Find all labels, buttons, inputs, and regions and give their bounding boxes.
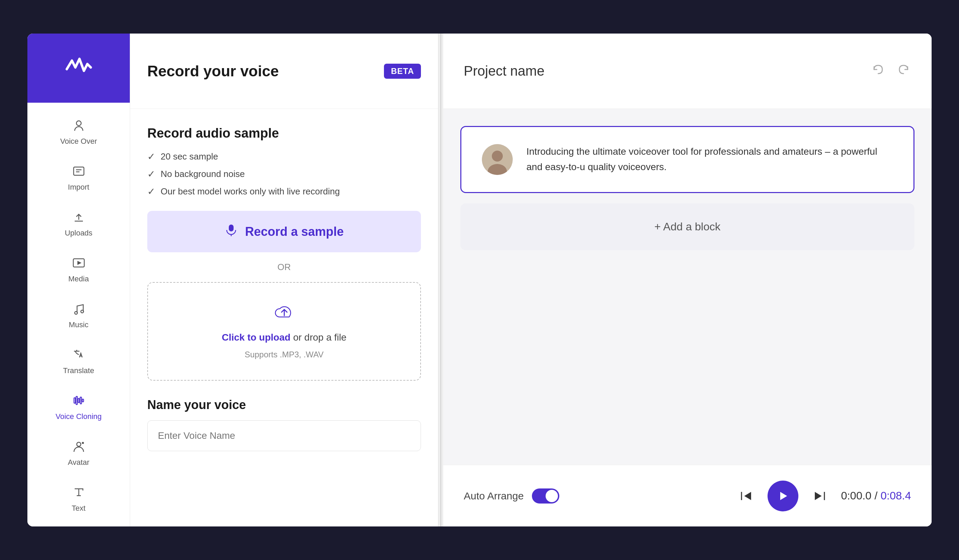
sidebar-item-music[interactable]: Music	[32, 293, 126, 336]
panel-title: Record your voice	[147, 63, 279, 80]
check-mark-2: ✓	[147, 169, 155, 180]
svg-rect-12	[82, 399, 84, 402]
uploads-icon	[70, 208, 88, 226]
voice-cloning-icon	[70, 391, 88, 409]
svg-point-0	[76, 121, 81, 126]
left-panel: Record your voice BETA Record audio samp…	[130, 33, 438, 527]
import-icon	[70, 162, 88, 180]
sidebar-item-import[interactable]: Import	[32, 155, 126, 199]
add-block-area[interactable]: + Add a block	[460, 203, 914, 250]
add-block-button[interactable]: + Add a block	[654, 220, 720, 233]
app-window: Voice Over Import	[27, 33, 932, 527]
main-content: Project name	[443, 33, 932, 527]
svg-point-13	[77, 442, 81, 446]
record-audio-title: Record audio sample	[147, 126, 421, 141]
avatar-icon	[70, 438, 88, 455]
record-sample-button[interactable]: Record a sample	[147, 211, 421, 252]
content-area: Introducing the ultimate voiceover tool …	[443, 109, 932, 465]
check-item-3: ✓ Our best model works only with live re…	[147, 186, 421, 197]
svg-point-18	[492, 151, 503, 162]
text-block: Introducing the ultimate voiceover tool …	[460, 126, 914, 193]
skip-back-button[interactable]	[739, 488, 754, 504]
logo-icon	[65, 56, 92, 81]
svg-rect-8	[74, 398, 75, 403]
svg-rect-15	[229, 224, 234, 231]
voice-name-input[interactable]	[147, 420, 421, 451]
upload-cloud-icon	[274, 303, 295, 325]
upload-subtext: Supports .MP3, .WAV	[245, 350, 323, 360]
svg-marker-22	[780, 492, 787, 500]
voice-over-icon	[70, 116, 88, 134]
header-actions	[871, 62, 911, 80]
project-name: Project name	[464, 63, 545, 79]
music-icon	[70, 300, 88, 318]
sidebar-item-voice-over[interactable]: Voice Over	[32, 110, 126, 153]
auto-arrange-label: Auto Arrange	[464, 490, 524, 502]
check-mark-1: ✓	[147, 151, 155, 162]
translate-icon	[70, 346, 88, 364]
svg-rect-11	[80, 397, 81, 404]
main-header: Project name	[443, 33, 932, 109]
svg-marker-5	[77, 261, 81, 265]
record-btn-label: Record a sample	[245, 224, 344, 239]
time-current: 0:00.0	[841, 490, 871, 502]
svg-rect-10	[78, 398, 80, 402]
sidebar-item-uploads[interactable]: Uploads	[32, 201, 126, 244]
upload-link[interactable]: Click to upload	[221, 332, 290, 343]
name-section-title: Name your voice	[147, 398, 421, 412]
svg-marker-21	[744, 492, 751, 500]
sidebar-item-translate[interactable]: Translate	[32, 339, 126, 382]
svg-rect-1	[74, 167, 84, 175]
text-icon	[70, 483, 88, 501]
svg-rect-9	[76, 396, 77, 405]
media-icon	[70, 254, 88, 272]
undo-button[interactable]	[871, 62, 886, 80]
beta-badge: BETA	[384, 64, 421, 79]
checklist: ✓ 20 sec sample ✓ No background noise ✓ …	[147, 151, 421, 197]
check-mark-3: ✓	[147, 186, 155, 197]
redo-button[interactable]	[896, 62, 911, 80]
panel-divider	[438, 33, 443, 527]
svg-point-6	[75, 312, 77, 314]
left-panel-header: Record your voice BETA	[130, 33, 438, 109]
auto-arrange: Auto Arrange	[464, 488, 559, 504]
play-button[interactable]	[768, 480, 798, 511]
avatar	[482, 144, 513, 175]
or-divider: OR	[147, 262, 421, 272]
sidebar-logo	[27, 33, 130, 103]
sidebar-item-media[interactable]: Media	[32, 247, 126, 290]
upload-zone[interactable]: Click to upload or drop a file Supports …	[147, 282, 421, 381]
block-text: Introducing the ultimate voiceover tool …	[526, 144, 893, 175]
sidebar: Voice Over Import	[27, 33, 130, 527]
svg-marker-24	[815, 492, 822, 500]
sidebar-item-voice-cloning[interactable]: Voice Cloning	[32, 385, 126, 428]
check-item-1: ✓ 20 sec sample	[147, 151, 421, 162]
bottom-bar: Auto Arrange	[443, 465, 932, 527]
panel-content: Record audio sample ✓ 20 sec sample ✓ No…	[130, 109, 438, 527]
svg-point-7	[81, 310, 84, 313]
time-display: 0:00.0 / 0:08.4	[841, 490, 911, 502]
sidebar-nav: Voice Over Import	[27, 103, 130, 527]
mic-icon	[225, 223, 238, 240]
upload-text: Click to upload or drop a file	[221, 332, 346, 343]
sidebar-item-text[interactable]: Text	[32, 476, 126, 520]
sidebar-item-avatar[interactable]: Avatar	[32, 431, 126, 474]
skip-forward-button[interactable]	[812, 488, 827, 504]
check-item-2: ✓ No background noise	[147, 169, 421, 180]
time-separator: /	[871, 490, 881, 502]
auto-arrange-toggle[interactable]	[532, 488, 559, 504]
time-total: 0:08.4	[881, 490, 911, 502]
playback-controls: 0:00.0 / 0:08.4	[739, 480, 911, 511]
